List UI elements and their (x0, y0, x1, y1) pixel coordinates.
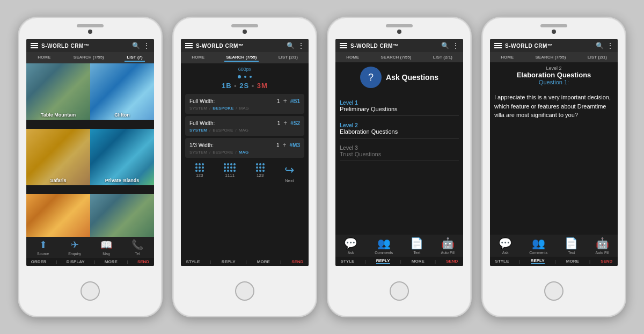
style-plus-2[interactable]: + (283, 119, 287, 127)
style-label-1: Full Width: (189, 98, 274, 104)
phone-bottom-3 (390, 266, 409, 316)
sub-mag-1[interactable]: MAG (239, 106, 249, 111)
style-plus-1[interactable]: + (283, 97, 287, 105)
grid-cell-clifton[interactable]: Clifton (90, 63, 154, 120)
nav-style-2[interactable]: STYLE (186, 259, 200, 264)
grid-cell-safaris[interactable]: Safaris (26, 129, 90, 185)
comments-tool-label: Comments (375, 251, 393, 255)
search-icon-4[interactable]: 🔍 (596, 42, 604, 49)
dots-icon-2[interactable]: ⋮ (298, 42, 304, 49)
toolbar-enquiry[interactable]: ✈ Enquiry (68, 239, 81, 256)
nav-order-1[interactable]: ORDER (31, 259, 47, 264)
style-num-2: 1 (277, 120, 281, 126)
style-row-1: Full Width: 1 + #B1 SYSTEM / BESPOKE / M… (185, 94, 304, 114)
question-level-3[interactable]: Level 3 Trust Questions (340, 142, 459, 161)
dots-grid-1 (195, 163, 204, 172)
layout-2s: 2S (239, 82, 249, 90)
elab-title: Elaboration Questions (494, 71, 613, 79)
nav-reply-2[interactable]: REPLY (222, 259, 236, 264)
sub-mag-2[interactable]: MAG (239, 128, 248, 133)
nav-send-3[interactable]: SEND (446, 259, 458, 264)
style-icon-123a[interactable]: 123 (195, 163, 204, 183)
sub-system-3[interactable]: SYSTEM (189, 150, 207, 155)
sub-bespoke-1[interactable]: BESPOKE (213, 106, 233, 111)
nav-more-4[interactable]: MORE (566, 259, 579, 264)
nav-send-2[interactable]: SEND (291, 259, 303, 264)
tool-autofill-3[interactable]: 🤖 Auto Fill (441, 237, 455, 255)
hamburger-icon-1[interactable] (31, 43, 38, 48)
tab-home-1[interactable]: HOME (35, 54, 53, 62)
tool-comments-3[interactable]: 👥 Comments (375, 237, 393, 255)
tab-home-2[interactable]: HOME (189, 54, 207, 62)
nav-more-2[interactable]: MORE (257, 259, 270, 264)
header-left-2: S-WORLD CRM™ (185, 43, 244, 49)
tab-home-3[interactable]: HOME (344, 54, 361, 61)
nav-reply-4[interactable]: REPLY (531, 258, 545, 264)
search-icon-1[interactable]: 🔍 (132, 42, 140, 49)
style-icon-123b[interactable]: 123 (256, 163, 265, 183)
style-label-3: 1/3 Width: (189, 142, 273, 148)
tab-home-4[interactable]: HOME (499, 54, 516, 61)
dots-icon-3[interactable]: ⋮ (452, 42, 459, 49)
toolbar-tel[interactable]: 📞 Tel (131, 239, 143, 256)
tab-list-2[interactable]: LIST (2/1) (276, 54, 300, 62)
search-icon-3[interactable]: 🔍 (441, 42, 449, 49)
grid-cell-mountain[interactable]: Table Mountain (26, 63, 90, 120)
tab-search-4[interactable]: SEARCH (7/55) (533, 54, 568, 61)
nav-send-1[interactable]: SEND (137, 259, 149, 264)
tool-comments-4[interactable]: 👥 Comments (529, 237, 547, 255)
sub-system-2[interactable]: SYSTEM (189, 128, 207, 133)
hamburger-icon-4[interactable] (494, 43, 502, 48)
style-icon-next[interactable]: ↪ Next (284, 163, 294, 183)
tool-ask-4[interactable]: 💬 Ask (499, 237, 512, 255)
question-level-1[interactable]: Level 1 Preliminary Questions (340, 97, 459, 116)
tool-autofill-4[interactable]: 🤖 Auto Fill (596, 237, 609, 255)
nav-more-3[interactable]: MORE (412, 259, 425, 264)
tab-search-2[interactable]: SEARCH (7/55) (224, 54, 259, 62)
tab-list-4[interactable]: LIST (2/1) (586, 54, 609, 61)
search-icon-2[interactable]: 🔍 (287, 42, 295, 49)
home-button-4[interactable] (544, 281, 564, 301)
sub-mag-3[interactable]: MAG (239, 150, 249, 155)
tab-list-3[interactable]: LIST (2/1) (431, 54, 455, 61)
home-button-3[interactable] (390, 281, 409, 301)
nav-reply-3[interactable]: REPLY (376, 258, 390, 264)
style-row-2: Full Width: 1 + #S2 SYSTEM / BESPOKE / M… (185, 116, 304, 136)
style-plus-3[interactable]: + (283, 141, 287, 149)
toolbar-source[interactable]: ⬆ Source (37, 239, 49, 256)
next-arrow-icon: ↪ (284, 163, 294, 177)
icon-toolbar-4: 💬 Ask 👥 Comments 📄 Text 🤖 Auto Fill (490, 235, 618, 257)
grid-cell-extra[interactable] (90, 194, 154, 237)
grid-cell-waterfall[interactable] (26, 194, 90, 237)
tool-text-4[interactable]: 📄 Text (565, 237, 578, 255)
d4 (195, 166, 197, 169)
sub-bespoke-2[interactable]: BESPOKE (213, 128, 233, 133)
nav-display-1[interactable]: DISPLAY (67, 259, 85, 264)
hamburger-icon-2[interactable] (185, 43, 193, 48)
toolbar-mag[interactable]: 📖 Mag (100, 239, 112, 256)
tab-search-1[interactable]: SEARCH (7/55) (71, 54, 106, 62)
tool-text-3[interactable]: 📄 Text (410, 237, 423, 255)
header-icons-2: 🔍 ⋮ (287, 42, 304, 49)
home-button-2[interactable] (235, 281, 254, 301)
autofill-tool-icon-4: 🤖 (596, 237, 609, 250)
grid-cell-islands[interactable]: Private Islands (90, 129, 154, 185)
speaker-2 (231, 24, 258, 27)
dots-icon-1[interactable]: ⋮ (143, 42, 150, 49)
hamburger-icon-3[interactable] (340, 43, 347, 48)
nav-style-3[interactable]: STYLE (341, 259, 355, 264)
nav-style-4[interactable]: STYLE (495, 259, 509, 264)
tool-ask-3[interactable]: 💬 Ask (344, 237, 357, 255)
tab-search-3[interactable]: SEARCH (7/55) (379, 54, 414, 61)
sub-system-1[interactable]: SYSTEM (189, 106, 207, 111)
dots-icon-4[interactable]: ⋮ (607, 42, 613, 49)
sub-bespoke-3[interactable]: BESPOKE (213, 150, 233, 155)
tab-list-1[interactable]: LIST (7) (125, 54, 144, 62)
home-button-1[interactable] (80, 281, 100, 301)
nav-send-4[interactable]: SEND (601, 259, 612, 264)
app-header-2: S-WORLD CRM™ 🔍 ⋮ (181, 39, 309, 52)
ask-tool-icon-4: 💬 (499, 237, 512, 250)
question-level-2[interactable]: Level 2 Elaboration Questions (340, 119, 459, 139)
nav-more-1[interactable]: MORE (105, 259, 118, 264)
style-icon-1111[interactable]: 1111 (224, 163, 236, 183)
